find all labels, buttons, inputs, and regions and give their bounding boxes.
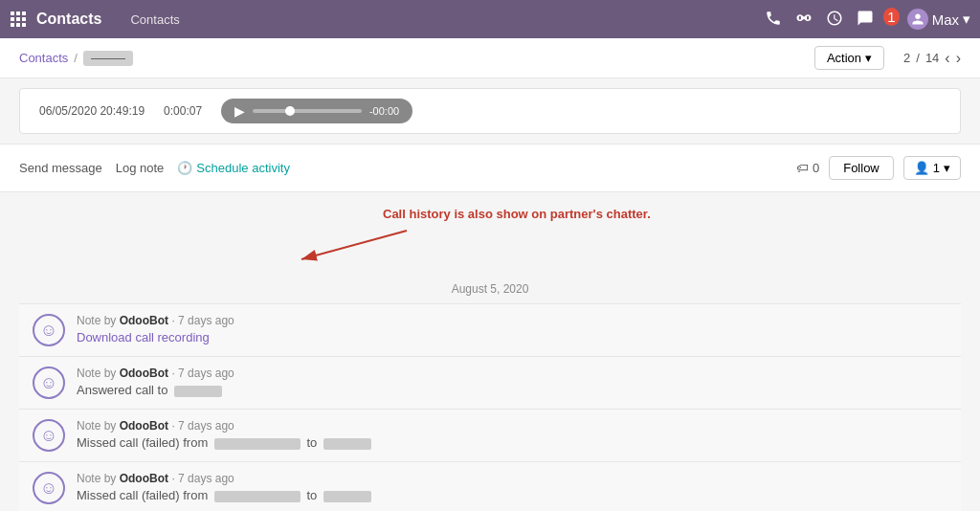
date-separator-aug5: August 5, 2020 (0, 269, 980, 303)
message-body-2: Answered call to (77, 383, 947, 397)
progress-indicator (285, 106, 295, 116)
date-sep-aug5-text: August 5, 2020 (452, 282, 529, 296)
message-time-ago-1: 7 days ago (178, 314, 234, 327)
message-item-2: ☺ Note by OdooBot · 7 days ago Answered … (19, 356, 961, 409)
message-content-2: Note by OdooBot · 7 days ago Answered ca… (77, 367, 947, 397)
audio-player[interactable]: ▶ -00:00 (221, 99, 412, 123)
recording-duration: 0:00:07 (164, 104, 202, 118)
svg-rect-2 (22, 11, 26, 15)
message-author-2: OdooBot (120, 367, 168, 380)
followers-dropdown-icon: ▾ (944, 161, 950, 175)
svg-rect-7 (16, 23, 20, 27)
redacted-5 (323, 491, 371, 502)
svg-rect-3 (11, 17, 14, 21)
schedule-activity-button[interactable]: 🕐 Schedule activity (177, 157, 303, 179)
breadcrumb-bar: Contacts / ——— Action ▾ 2 / 14 ‹ › (0, 38, 980, 78)
message-badge: 1 (883, 8, 899, 26)
message-content-1: Note by OdooBot · 7 days ago Download ca… (77, 314, 947, 344)
redacted-4 (214, 491, 301, 502)
message-header-4: Note by OdooBot · 7 days ago (77, 472, 947, 485)
action-button[interactable]: Action ▾ (814, 46, 884, 70)
followers-person-icon: 👤 (914, 161, 929, 175)
user-dropdown-icon: ▾ (963, 11, 970, 28)
breadcrumb: Contacts / ——— (19, 51, 133, 66)
send-message-label: Send message (19, 161, 102, 175)
svg-rect-8 (22, 23, 26, 27)
svg-rect-5 (22, 17, 26, 21)
pagination-current: 2 (903, 51, 910, 65)
message-body-1: Download call recording (77, 330, 947, 344)
pagination-slash: / (916, 51, 920, 65)
phone-icon[interactable] (765, 10, 782, 30)
audio-time: -00:00 (369, 105, 399, 117)
redacted-3 (323, 438, 371, 450)
main-content: 06/05/2020 20:49:19 0:00:07 ▶ -00:00 Sen… (0, 88, 980, 511)
user-menu[interactable]: Max ▾ (907, 9, 970, 30)
svg-rect-6 (11, 23, 14, 27)
pagination-next[interactable]: › (956, 50, 961, 67)
svg-rect-1 (16, 11, 20, 15)
user-avatar (907, 9, 928, 30)
message-item: ☺ Note by OdooBot · 7 days ago Download … (19, 303, 961, 356)
avatar-odoobot-2: ☺ (33, 367, 65, 399)
recording-row: 06/05/2020 20:49:19 0:00:07 ▶ -00:00 (39, 99, 941, 123)
message-content-3: Note by OdooBot · 7 days ago Missed call… (77, 419, 947, 450)
avatar-odoobot-1: ☺ (33, 314, 65, 346)
message-time-ago-2: 7 days ago (178, 367, 234, 380)
download-recording-link-1[interactable]: Download call recording (77, 330, 210, 344)
audio-progress-bar[interactable] (253, 109, 362, 113)
annotation-text: Call history is also show on partner's c… (383, 207, 651, 221)
annotation-area: Call history is also show on partner's c… (0, 192, 980, 269)
apps-icon[interactable] (10, 11, 27, 28)
schedule-icon: 🕐 (177, 161, 192, 175)
followers-button[interactable]: 👤 1 ▾ (903, 156, 961, 180)
recording-date: 06/05/2020 20:49:19 (39, 104, 145, 118)
voicemail-icon[interactable] (795, 10, 813, 30)
action-dropdown-icon: ▾ (865, 51, 872, 65)
action-area: Action ▾ 2 / 14 ‹ › (814, 46, 961, 70)
nav-contacts[interactable]: Contacts (121, 12, 189, 27)
avatar-odoobot-4: ☺ (33, 472, 65, 504)
svg-rect-4 (16, 17, 20, 21)
tag-icon: 🏷 (796, 161, 809, 175)
messages-aug5: ☺ Note by OdooBot · 7 days ago Download … (0, 303, 980, 511)
chatter-right-actions: 🏷 0 Follow 👤 1 ▾ (796, 156, 961, 180)
breadcrumb-separator: / (74, 51, 78, 65)
message-item-3: ☺ Note by OdooBot · 7 days ago Missed ca… (19, 409, 961, 461)
note-by-label-3: Note by (77, 419, 120, 433)
send-message-button[interactable]: Send message (19, 157, 116, 179)
message-time-ago-3: 7 days ago (178, 419, 234, 433)
breadcrumb-parent[interactable]: Contacts (19, 51, 68, 65)
schedule-activity-label: Schedule activity (196, 161, 290, 175)
svg-line-10 (301, 231, 407, 259)
annotation-arrow (292, 221, 416, 269)
message-item-4: ☺ Note by OdooBot · 7 days ago Missed ca… (19, 461, 961, 511)
message-time-ago-4: 7 days ago (178, 472, 234, 485)
pagination-prev[interactable]: ‹ (945, 50, 949, 67)
avatar-odoobot-3: ☺ (33, 419, 65, 452)
play-button[interactable]: ▶ (234, 103, 245, 119)
top-right-icons: 1 Max ▾ (765, 9, 970, 30)
tag-count: 🏷 0 (796, 161, 819, 175)
activity-icon[interactable] (826, 10, 843, 30)
pagination-total: 14 (925, 51, 939, 65)
log-note-button[interactable]: Log note (116, 157, 178, 179)
message-author-3: OdooBot (120, 419, 168, 433)
log-note-label: Log note (116, 161, 165, 175)
top-navigation: Contacts Contacts 1 Max ▾ (0, 0, 980, 38)
note-by-label-4: Note by (77, 472, 120, 485)
pagination: 2 / 14 ‹ › (903, 50, 961, 67)
message-body-4: Missed call (failed) from to (77, 488, 947, 502)
recording-card: 06/05/2020 20:49:19 0:00:07 ▶ -00:00 (19, 88, 961, 134)
messages-icon[interactable]: 1 (857, 10, 894, 30)
note-by-label-1: Note by (77, 314, 120, 327)
message-author-4: OdooBot (120, 472, 168, 485)
user-name: Max (932, 11, 959, 28)
message-body-3: Missed call (failed) from to (77, 435, 947, 450)
tag-count-value: 0 (813, 161, 819, 175)
app-title: Contacts (36, 11, 101, 28)
redacted-1 (174, 386, 222, 397)
action-label: Action (827, 51, 861, 65)
message-header-2: Note by OdooBot · 7 days ago (77, 367, 947, 380)
follow-button[interactable]: Follow (829, 156, 894, 180)
